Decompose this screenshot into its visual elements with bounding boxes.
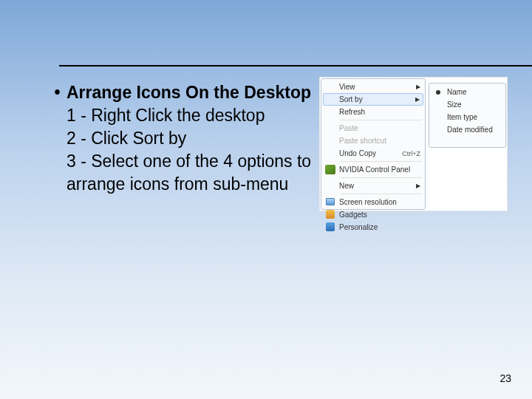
menu-item-personalize[interactable]: Personalize [323,221,423,233]
submenu-item-itemtype[interactable]: Item type [431,111,504,123]
menu-label: Undo Copy [339,149,376,157]
menu-item-view[interactable]: View ▶ [323,81,423,93]
menu-item-undo[interactable]: Undo Copy Ctrl+Z [323,147,423,160]
gadgets-icon [326,210,335,219]
menu-label: Gadgets [339,211,367,219]
slide-text-block: • Arrange Icons On the Desktop 1 - Right… [48,81,314,196]
bullet-title: Arrange Icons On the Desktop [66,81,311,104]
step-2: 2 - Click Sort by [48,127,314,150]
submenu-arrow-icon: ▶ [416,83,420,90]
menu-separator [341,194,422,194]
menu-item-paste-shortcut[interactable]: Paste shortcut [323,134,423,147]
menu-label: View [339,83,355,91]
menu-label: Paste [339,124,358,132]
title-divider [59,65,532,66]
main-context-menu: View ▶ Sort by ▶ Refresh Paste Paste sho… [321,78,426,210]
menu-item-sortby[interactable]: Sort by ▶ [323,93,423,106]
menu-item-new[interactable]: New ▶ [323,180,423,192]
menu-label: Size [447,100,461,109]
submenu-arrow-icon: ▶ [415,96,420,103]
sortby-submenu: Name Size Item type Date modified [429,83,506,148]
submenu-item-datemodified[interactable]: Date modified [431,123,504,136]
context-menu-screenshot: View ▶ Sort by ▶ Refresh Paste Paste sho… [319,77,508,211]
menu-item-screen-resolution[interactable]: Screen resolution [323,196,423,208]
menu-label: New [339,182,354,190]
menu-label: Refresh [339,108,365,116]
submenu-item-size[interactable]: Size [431,98,504,111]
menu-shortcut: Ctrl+Z [402,150,420,157]
step-3: 3 - Select one of the 4 options to arran… [48,150,314,196]
menu-label: Name [447,88,467,96]
menu-item-paste[interactable]: Paste [323,122,423,134]
menu-separator [341,120,422,120]
menu-label: Item type [447,113,477,121]
menu-label: Sort by [339,95,363,103]
menu-separator [341,177,422,178]
page-number: 23 [499,372,511,384]
submenu-item-name[interactable]: Name [431,86,504,98]
step-1: 1 - Right Click the desktop [48,104,314,127]
menu-item-gadgets[interactable]: Gadgets [323,208,423,221]
bullet-dot: • [48,81,66,104]
menu-label: Date modified [447,126,493,134]
menu-label: Paste shortcut [339,137,386,145]
submenu-arrow-icon: ▶ [416,183,420,189]
menu-label: NVIDIA Control Panel [339,166,410,174]
monitor-icon [326,198,335,205]
bullet-item: • Arrange Icons On the Desktop [48,81,314,104]
menu-label: Personalize [339,223,378,231]
nvidia-icon [325,165,335,174]
menu-label: Screen resolution [339,198,397,206]
menu-separator [341,161,422,162]
radio-selected-icon [436,90,440,95]
menu-item-nvidia[interactable]: NVIDIA Control Panel [323,163,423,176]
menu-item-refresh[interactable]: Refresh [323,106,423,118]
personalize-icon [326,222,335,231]
